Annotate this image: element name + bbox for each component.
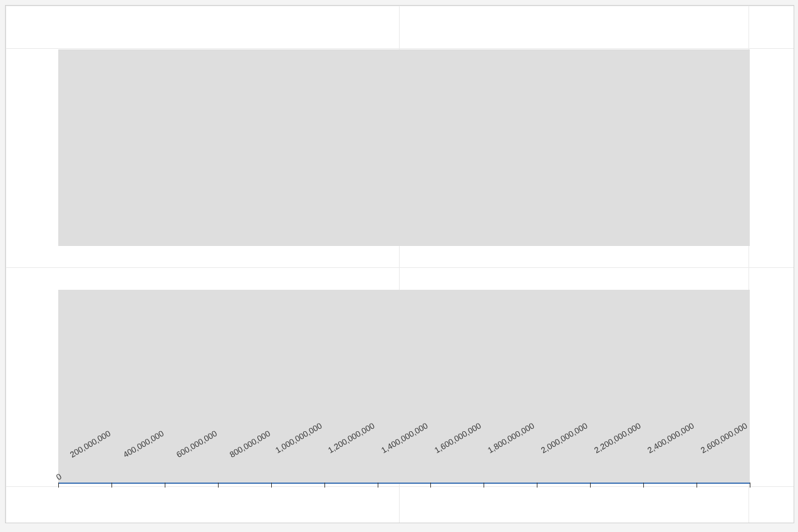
x-tick xyxy=(324,483,325,488)
x-tick xyxy=(218,483,219,488)
x-axis xyxy=(58,483,750,484)
x-tick xyxy=(537,483,537,488)
x-tick xyxy=(643,483,644,488)
x-tick xyxy=(590,483,591,488)
bar-top xyxy=(58,49,750,246)
grid-line xyxy=(6,6,6,523)
x-tick xyxy=(378,483,378,488)
chart-frame: 0200,000,000400,000,000600,000,000800,00… xyxy=(5,5,794,523)
x-tick xyxy=(165,483,165,488)
x-tick xyxy=(58,483,59,488)
x-tick xyxy=(697,483,697,488)
x-tick xyxy=(271,483,272,488)
x-tick xyxy=(750,483,750,488)
x-tick xyxy=(111,483,112,488)
grid-line xyxy=(6,48,794,49)
grid-line xyxy=(6,6,794,6)
bar-bottom xyxy=(58,290,750,484)
grid-line xyxy=(6,267,794,268)
x-tick xyxy=(484,483,484,488)
x-tick xyxy=(430,483,431,488)
x-axis-ticks: 0200,000,000400,000,000600,000,000800,00… xyxy=(6,483,794,520)
